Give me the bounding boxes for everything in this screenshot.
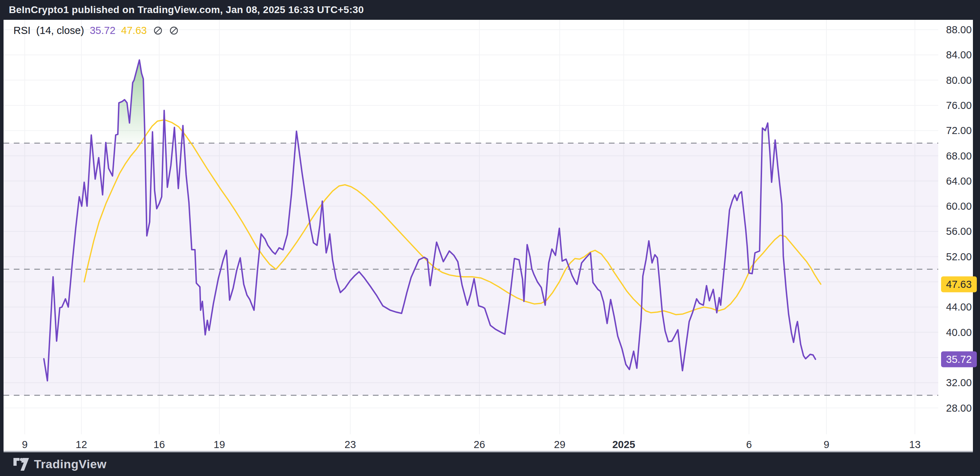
time-scale-label: 9 [824,439,829,451]
ma-value-badge: 47.63 [941,276,977,292]
publish-bar: BeInCrypto1 published on TradingView.com… [0,0,980,20]
time-scale-label: 29 [554,439,565,451]
legend-ma-value: 47.63 [121,25,147,36]
publish-attribution-text: BeInCrypto1 published on TradingView.com… [9,4,364,16]
indicator-legend: RSI (14, close) 35.72 47.63 [13,25,179,36]
published-chart-page: BeInCrypto1 published on TradingView.com… [0,0,980,476]
indicator-title: RSI [13,25,30,36]
time-scale-label: 16 [154,439,165,451]
price-scale-label: 60.00 [946,200,972,212]
time-scale-label: 19 [214,439,225,451]
price-scale-label: 32.00 [946,377,972,389]
indicator-params: (14, close) [36,25,84,36]
legend-rsi-value: 35.72 [90,25,116,36]
no-data-icon [169,26,179,35]
price-scale-label: 84.00 [946,49,972,61]
time-scale-label: 23 [345,439,356,451]
time-scale-label: 26 [474,439,485,451]
price-scale-label: 76.00 [946,99,972,111]
no-data-icon [153,26,163,35]
price-scale-label: 80.00 [946,74,972,86]
rsi-value-badge: 35.72 [941,351,977,367]
price-scale-label: 56.00 [946,225,972,237]
price-scale-label: 40.00 [946,327,972,338]
time-scale-label: 9 [22,439,28,451]
price-scale-label: 88.00 [946,24,972,36]
price-scale-label: 44.00 [946,301,972,313]
tradingview-logo[interactable] [13,458,29,471]
price-scale-label: 64.00 [946,175,972,187]
time-scale-label: 6 [746,439,752,451]
time-scale-label: 2025 [612,439,635,451]
chart-panel: RSI (14, close) 35.72 47.63 88.0084.0080… [3,20,973,452]
time-scale-label: 13 [909,439,921,451]
price-scale-label: 28.00 [946,402,972,414]
rsi-chart-plot [3,20,973,451]
time-scale-label: 12 [76,439,87,451]
tradingview-logo-icon [13,458,29,471]
price-scale-label: 72.00 [946,125,972,136]
price-scale-label: 68.00 [946,150,972,162]
footer-bar: TradingView [0,452,980,476]
tradingview-wordmark[interactable]: TradingView [34,457,107,471]
price-scale-label: 52.00 [946,251,972,262]
